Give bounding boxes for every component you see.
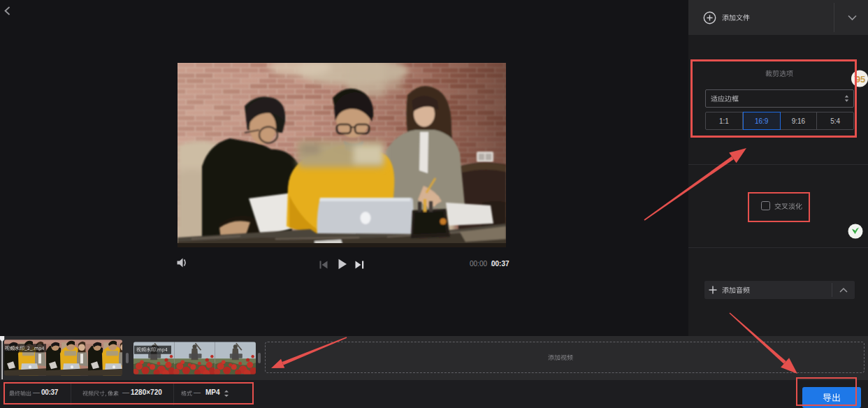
svg-text:5: 5 [860,74,865,85]
